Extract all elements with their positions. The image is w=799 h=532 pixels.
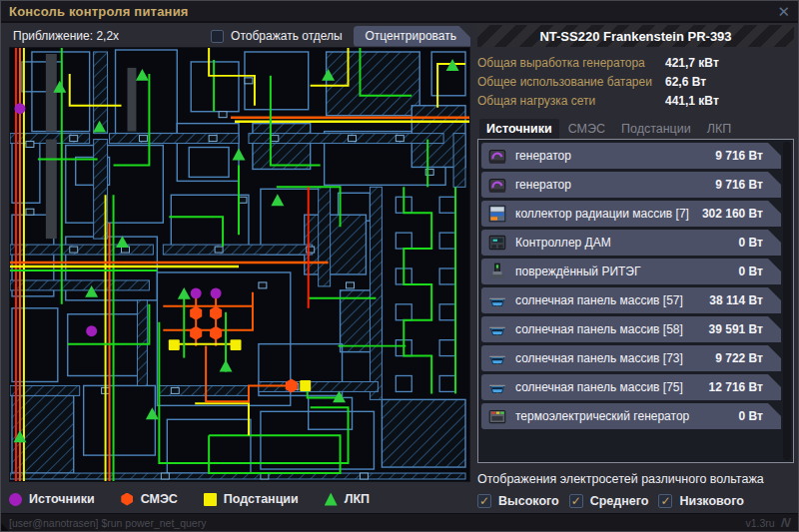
legend-item-Источники: Источники	[9, 492, 95, 506]
stat-value: 62,6 Вт	[665, 75, 706, 89]
category-tabs: ИсточникиСМЭСПодстанцииЛКП	[477, 118, 794, 139]
power-monitoring-console-window: Консоль контроля питания ✕ Приближение: …	[0, 0, 799, 532]
source-power-value: 39 591 Вт	[709, 322, 763, 336]
stat-value: 441,1 кВт	[665, 94, 719, 108]
legend-triangle-icon	[325, 493, 338, 506]
source-power-value: 0 Вт	[739, 409, 763, 423]
source-row[interactable]: повреждённый РИТЭГ 0 Вт	[481, 259, 781, 284]
legend-hex-icon	[121, 493, 134, 506]
checkbox-check-icon[interactable]: ✓	[658, 494, 672, 508]
show-departments-label[interactable]: Отображать отделы	[231, 29, 343, 43]
tab-Источники[interactable]: Источники	[479, 119, 559, 139]
map-toolbar: Приближение: 2,2x Отображать отделы Отце…	[9, 27, 470, 45]
station-name-header: NT-SS220 Frankenstein PR-393	[477, 25, 794, 47]
station-map[interactable]	[9, 47, 470, 482]
version-label: v1.3ru	[745, 517, 774, 529]
station-name: NT-SS220 Frankenstein PR-393	[539, 29, 731, 44]
solar-panel-icon	[487, 319, 507, 339]
source-name: солнечная панель массив [73]	[515, 351, 715, 365]
legend-item-Подстанции: Подстанции	[204, 492, 299, 506]
stat-label: Общая нагрузка сети	[477, 94, 665, 108]
sources-rows: генератор 9 716 Вт генератор 9 716 Вт ко…	[481, 143, 781, 429]
checkbox-check-icon[interactable]: ✓	[569, 494, 583, 508]
nanotrasen-logo-icon: N	[780, 515, 791, 530]
zoom-level-label: Приближение: 2,2x	[13, 29, 119, 43]
scrollbar-track[interactable]	[783, 142, 791, 460]
voltage-filter-options: ✓ Высокого✓ Среднего✓ Низкового	[477, 494, 794, 508]
source-name: солнечная панель массив [75]	[515, 380, 709, 394]
source-power-value: 9 716 Вт	[715, 149, 763, 163]
stat-label: Общее использование батареи	[477, 75, 665, 89]
legend-item-СМЭС: СМЭС	[121, 492, 178, 506]
source-name: солнечная панель массив [58]	[515, 322, 709, 336]
legend-square-icon	[204, 493, 217, 506]
source-power-value: 9 716 Вт	[715, 178, 763, 192]
source-name: генератор	[515, 178, 715, 192]
radiation-collector-icon	[487, 204, 507, 224]
source-name: повреждённый РИТЭГ	[515, 265, 739, 278]
tab-Подстанции[interactable]: Подстанции	[614, 119, 698, 139]
tab-СМЭС[interactable]: СМЭС	[561, 119, 612, 139]
stat-label: Общая выработка генератора	[477, 56, 665, 70]
close-icon[interactable]: ✕	[777, 4, 790, 19]
voltage-filter-title: Отображения электросетей различного воль…	[477, 472, 794, 486]
source-name: солнечная панель массив [57]	[515, 293, 709, 307]
source-row[interactable]: Контроллер ДАМ 0 Вт	[481, 230, 781, 256]
station-map-svg[interactable]	[10, 48, 469, 481]
source-row[interactable]: генератор 9 716 Вт	[481, 143, 781, 169]
stat-row: Общая нагрузка сети 441,1 кВт	[477, 91, 794, 110]
stat-row: Общее использование батареи 62,6 Вт	[477, 72, 794, 91]
source-row[interactable]: солнечная панель массив [58] 39 591 Вт	[481, 316, 781, 342]
totals-section: Общая выработка генератора 421,7 кВтОбще…	[477, 53, 794, 110]
voltage-option-label: Высокого	[498, 494, 559, 508]
source-power-value: 9 722 Вт	[715, 351, 763, 365]
source-power-value: 12 716 Вт	[709, 380, 763, 394]
terminal-prompt: [user@nanotrasen] $run power_net_query	[9, 517, 206, 529]
source-row[interactable]: солнечная панель массив [57] 38 114 Вт	[481, 287, 781, 313]
legend-circle-icon	[9, 493, 22, 506]
source-row[interactable]: термоэлектрический генератор 0 Вт	[481, 403, 781, 429]
source-row[interactable]: солнечная панель массив [75] 12 716 Вт	[481, 374, 781, 400]
status-bar: [user@nanotrasen] $run power_net_query v…	[1, 513, 798, 531]
voltage-checkbox-Высокого[interactable]: ✓ Высокого	[477, 494, 559, 508]
source-name: коллектор радиации массив [7]	[515, 207, 702, 221]
dam-controller-icon	[487, 233, 507, 253]
recenter-button[interactable]: Отцентрировать	[354, 26, 471, 47]
legend-label: СМЭС	[141, 492, 178, 506]
legend-item-ЛКП: ЛКП	[325, 492, 370, 506]
voltage-checkbox-Низкового[interactable]: ✓ Низкового	[658, 494, 743, 508]
tab-ЛКП[interactable]: ЛКП	[700, 119, 738, 139]
source-power-value: 38 114 Вт	[709, 293, 763, 307]
solar-panel-icon	[487, 290, 507, 310]
solar-panel-icon	[487, 348, 507, 368]
source-power-value: 0 Вт	[739, 265, 763, 278]
rtg-icon	[487, 262, 507, 281]
voltage-checkbox-Среднего[interactable]: ✓ Среднего	[569, 494, 649, 508]
teg-icon	[487, 406, 507, 426]
stat-value: 421,7 кВт	[665, 56, 719, 70]
source-row[interactable]: солнечная панель массив [73] 9 722 Вт	[481, 345, 781, 371]
generator-icon	[487, 175, 507, 195]
source-name: термоэлектрический генератор	[515, 409, 739, 423]
checkbox-check-icon[interactable]: ✓	[477, 494, 491, 508]
source-power-value: 0 Вт	[739, 236, 763, 250]
resize-corner[interactable]	[1, 523, 9, 531]
sources-list: генератор 9 716 Вт генератор 9 716 Вт ко…	[477, 139, 794, 463]
voltage-option-label: Низкового	[679, 494, 743, 508]
window-title: Консоль контроля питания	[9, 4, 189, 19]
source-name: Контроллер ДАМ	[515, 236, 739, 250]
source-power-value: 302 160 Вт	[702, 207, 763, 221]
stat-row: Общая выработка генератора 421,7 кВт	[477, 53, 794, 72]
source-name: генератор	[515, 149, 715, 163]
legend-label: Подстанции	[224, 492, 299, 506]
source-row[interactable]: генератор 9 716 Вт	[481, 172, 781, 198]
window-titlebar[interactable]: Консоль контроля питания ✕	[1, 1, 798, 23]
show-departments-checkbox[interactable]	[211, 30, 224, 43]
generator-icon	[487, 146, 507, 166]
legend-label: ЛКП	[345, 492, 370, 506]
voltage-option-label: Среднего	[590, 494, 649, 508]
source-row[interactable]: коллектор радиации массив [7] 302 160 Вт	[481, 201, 781, 227]
info-panel: NT-SS220 Frankenstein PR-393 Общая выраб…	[477, 25, 794, 510]
map-legend: Источники СМЭС Подстанции ЛКП	[9, 488, 470, 510]
legend-label: Источники	[29, 492, 95, 506]
